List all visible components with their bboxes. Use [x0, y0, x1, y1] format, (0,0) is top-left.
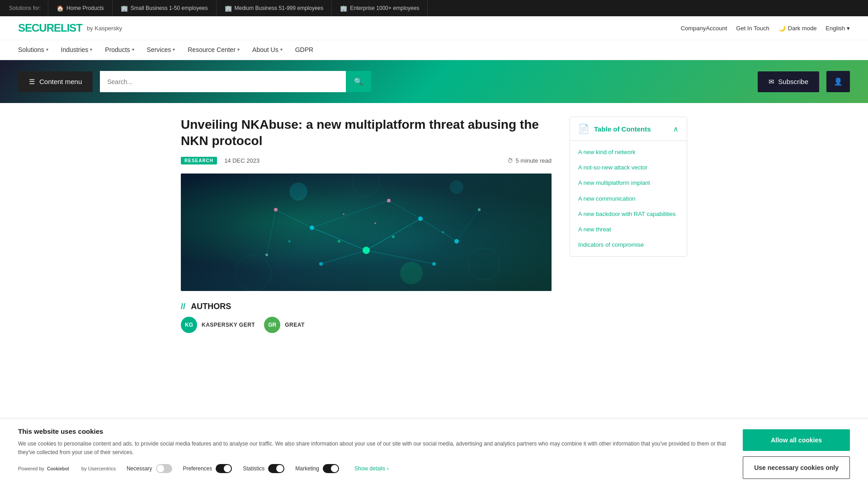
- authors-section: // AUTHORS KG KASPERSKY GERT GR GREAT: [181, 302, 552, 333]
- content-menu-button[interactable]: ☰ Content menu: [18, 71, 93, 92]
- industries-chevron-icon: ▾: [90, 47, 92, 52]
- author-1-name: KASPERSKY GERT: [202, 322, 255, 328]
- article-meta: RESEARCH 14 DEC 2023 ⏱ 5 minute read: [181, 157, 552, 164]
- read-time-label: 5 minute read: [516, 157, 552, 164]
- toc-header: 📄 Table of Contents ∧: [570, 117, 687, 141]
- sidebar: 📄 Table of Contents ∧ A new kind of netw…: [570, 117, 687, 333]
- logo-text: SECURELIST: [18, 22, 82, 34]
- author-1-avatar: KG: [181, 317, 197, 333]
- svg-line-13: [312, 228, 366, 250]
- main-nav: Solutions ▾ Industries ▾ Products ▾ Serv…: [0, 40, 868, 60]
- svg-line-16: [366, 250, 434, 264]
- lang-chevron-icon: ▾: [847, 25, 850, 32]
- get-in-touch-link[interactable]: Get In Touch: [736, 25, 769, 32]
- nav-products[interactable]: Products ▾: [105, 40, 134, 60]
- clock-icon: ⏱: [507, 157, 513, 164]
- top-bar-enterprise[interactable]: 🏢 Enterprise 1000+ employees: [332, 0, 428, 16]
- nav-industries[interactable]: Industries ▾: [61, 40, 93, 60]
- svg-point-11: [400, 262, 423, 284]
- toc-item-3[interactable]: A new multiplatform implant: [570, 175, 687, 191]
- toc-item-5[interactable]: A new backdoor with RAT capabilities: [570, 206, 687, 222]
- article-area: Unveiling NKAbuse: a new multiplatform t…: [181, 117, 552, 333]
- nav-solutions[interactable]: Solutions ▾: [18, 40, 48, 60]
- nav-industries-label: Industries: [61, 46, 89, 53]
- authors-label-text: AUTHORS: [191, 302, 231, 311]
- toc-collapse-icon[interactable]: ∧: [673, 125, 679, 133]
- svg-line-15: [321, 250, 366, 264]
- header-right: CompanyAccount Get In Touch 🌙 Dark mode …: [681, 25, 850, 32]
- svg-line-17: [276, 210, 312, 228]
- nav-solutions-label: Solutions: [18, 46, 44, 53]
- top-bar: Solutions for: 🏠 Home Products 🏢 Small B…: [0, 0, 868, 16]
- svg-point-26: [442, 231, 444, 233]
- enterprise-icon: 🏢: [340, 5, 347, 12]
- author-2-name: GREAT: [285, 322, 305, 328]
- logo[interactable]: SECURELIST by Kaspersky: [18, 22, 122, 34]
- subscribe-label: Subscribe: [778, 78, 808, 85]
- article-title: Unveiling NKAbuse: a new multiplatform t…: [181, 117, 552, 150]
- author-1[interactable]: KG KASPERSKY GERT: [181, 317, 255, 333]
- network-visualization: [181, 174, 552, 291]
- language-selector[interactable]: English ▾: [826, 25, 850, 32]
- search-input[interactable]: [100, 71, 346, 92]
- svg-line-19: [420, 219, 457, 241]
- nav-products-label: Products: [105, 46, 130, 53]
- svg-point-29: [235, 255, 271, 291]
- content-menu-label: Content menu: [39, 78, 82, 85]
- network-svg: [181, 174, 552, 291]
- subscribe-button[interactable]: ✉ Subscribe: [758, 71, 819, 92]
- toc-item-6[interactable]: A new threat: [570, 222, 687, 237]
- svg-point-25: [288, 240, 291, 242]
- nav-about-label: About Us: [252, 46, 278, 53]
- moon-icon: 🌙: [778, 25, 786, 32]
- nav-services[interactable]: Services ▾: [147, 40, 175, 60]
- nav-gdpr-label: GDPR: [295, 46, 313, 53]
- nav-services-label: Services: [147, 46, 171, 53]
- svg-point-27: [374, 222, 376, 224]
- svg-point-30: [468, 248, 500, 280]
- user-account-button[interactable]: 👤: [826, 71, 850, 92]
- article-date: 14 DEC 2023: [224, 157, 259, 164]
- top-bar-small-label: Small Business 1-50 employees: [131, 5, 208, 11]
- hamburger-icon: ☰: [29, 78, 35, 86]
- toc-header-left: 📄 Table of Contents: [578, 123, 651, 134]
- top-bar-medium-business[interactable]: 🏢 Medium Business 51-999 employees: [217, 0, 332, 16]
- top-bar-small-business[interactable]: 🏢 Small Business 1-50 employees: [113, 0, 217, 16]
- dark-mode-toggle[interactable]: 🌙 Dark mode: [778, 25, 817, 32]
- research-badge: RESEARCH: [181, 157, 217, 164]
- read-time: ⏱ 5 minute read: [507, 157, 552, 164]
- toc-items: A new kind of network A not-so-new attac…: [570, 141, 687, 256]
- top-bar-medium-label: Medium Business 51-999 employees: [235, 5, 324, 11]
- author-2-initials: GR: [268, 322, 276, 328]
- main-content: Unveiling NKAbuse: a new multiplatform t…: [163, 103, 705, 347]
- svg-point-10: [289, 183, 307, 201]
- top-bar-home[interactable]: 🏠 Home Products: [48, 0, 113, 16]
- search-button[interactable]: 🔍: [346, 71, 371, 92]
- svg-point-24: [392, 235, 395, 238]
- nav-about-us[interactable]: About Us ▾: [252, 40, 283, 60]
- toc-icon: 📄: [578, 123, 590, 134]
- language-label: English: [826, 25, 845, 32]
- home-icon: 🏠: [57, 5, 64, 12]
- svg-line-21: [457, 210, 479, 241]
- toc-item-2[interactable]: A not-so-new attack vector: [570, 160, 687, 175]
- svg-line-14: [366, 219, 420, 250]
- resource-chevron-icon: ▾: [237, 47, 240, 52]
- table-of-contents: 📄 Table of Contents ∧ A new kind of netw…: [570, 117, 687, 257]
- svg-point-12: [450, 180, 463, 194]
- services-chevron-icon: ▾: [173, 47, 175, 52]
- svg-line-18: [312, 201, 389, 228]
- toc-item-4[interactable]: A new communication: [570, 191, 687, 206]
- article-image: [181, 174, 552, 291]
- svg-line-22: [267, 210, 276, 255]
- small-biz-icon: 🏢: [121, 5, 128, 12]
- nav-gdpr[interactable]: GDPR: [295, 40, 313, 60]
- author-2-avatar: GR: [264, 317, 280, 333]
- toc-item-1[interactable]: A new kind of network: [570, 145, 687, 160]
- authors-list: KG KASPERSKY GERT GR GREAT: [181, 317, 552, 333]
- company-account-link[interactable]: CompanyAccount: [681, 25, 727, 32]
- svg-point-31: [353, 174, 380, 196]
- author-2[interactable]: GR GREAT: [264, 317, 305, 333]
- toc-item-7[interactable]: Indicators of compromise: [570, 237, 687, 253]
- nav-resource-center[interactable]: Resource Center ▾: [188, 40, 240, 60]
